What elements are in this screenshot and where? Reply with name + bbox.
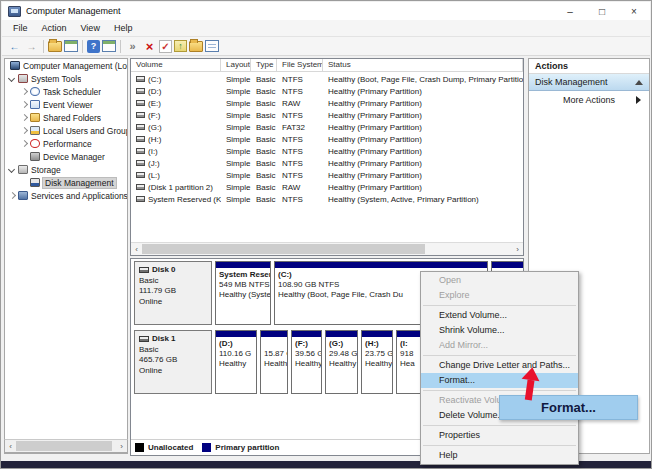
import-icon[interactable]: ↑ bbox=[174, 40, 187, 52]
table-row[interactable]: (F:)SimpleBasicNTFSHealthy (Primary Part… bbox=[131, 109, 523, 121]
partition-g[interactable]: (G:)29.48 GHealthy bbox=[325, 330, 358, 394]
sidebar-item-system-tools[interactable]: System Tools bbox=[5, 72, 127, 85]
column-header-layout[interactable]: Layout bbox=[221, 59, 251, 71]
menu-item-properties[interactable]: Properties bbox=[421, 428, 578, 443]
menu-item-format[interactable]: Format... bbox=[421, 373, 578, 388]
column-header-status[interactable]: Status bbox=[323, 59, 523, 71]
cell-file-system: NTFS bbox=[277, 195, 323, 204]
chevron-right-icon[interactable] bbox=[20, 88, 27, 95]
column-header-type[interactable]: Type bbox=[251, 59, 277, 71]
actions-group-label: Disk Management bbox=[535, 77, 635, 87]
volume-horizontal-scrollbar[interactable]: ‹ › bbox=[131, 242, 523, 255]
disk-label: Disk 0Basic111.79 GBOnline bbox=[134, 261, 212, 325]
table-row[interactable]: (Disk 1 partition 2)SimpleBasicRAWHealth… bbox=[131, 181, 523, 193]
sidebar-item-device-manager[interactable]: Device Manager bbox=[5, 150, 127, 163]
maximize-button[interactable]: □ bbox=[586, 2, 618, 20]
properties-window-icon[interactable] bbox=[102, 40, 116, 52]
partition-text: (G:)29.48 GHealthy bbox=[326, 337, 357, 369]
chevron-right-icon[interactable] bbox=[20, 127, 27, 134]
scroll-right-icon[interactable]: › bbox=[116, 442, 127, 451]
cell-volume: (G:) bbox=[131, 123, 221, 132]
forward-icon[interactable]: → bbox=[24, 39, 39, 53]
partition-status: Healthy (System, bbox=[219, 290, 270, 300]
sidebar-item-storage[interactable]: Storage bbox=[5, 163, 127, 176]
tree-horizontal-scrollbar[interactable]: ‹ › bbox=[4, 439, 128, 453]
cell-type: Basic bbox=[251, 183, 277, 192]
scroll-left-icon[interactable]: ‹ bbox=[5, 442, 16, 451]
sidebar-item-task-scheduler[interactable]: Task Scheduler bbox=[5, 85, 127, 98]
table-row[interactable]: (D:)SimpleBasicNTFSHealthy (Primary Part… bbox=[131, 85, 523, 97]
menu-view[interactable]: View bbox=[74, 21, 107, 35]
cell-status: Healthy (Primary Partition) bbox=[323, 123, 523, 132]
menu-action[interactable]: Action bbox=[35, 21, 74, 35]
partition-text: (D:)110.16 GHealthy bbox=[216, 337, 256, 369]
details-icon[interactable] bbox=[205, 40, 219, 52]
sidebar-item-label: Disk Management bbox=[43, 178, 116, 188]
table-row[interactable]: (C:)SimpleBasicNTFSHealthy (Boot, Page F… bbox=[131, 73, 523, 85]
partition-h[interactable]: (H:)23.75 GHealthy bbox=[361, 330, 393, 394]
disk-type: Basic bbox=[139, 345, 211, 356]
help-icon[interactable]: ? bbox=[87, 40, 100, 53]
chevron-down-icon[interactable] bbox=[8, 166, 15, 173]
volume-table-header: VolumeLayoutTypeFile SystemStatus bbox=[131, 59, 523, 72]
cell-type: Basic bbox=[251, 195, 277, 204]
table-row[interactable]: (J:)SimpleBasicNTFSHealthy (Primary Part… bbox=[131, 157, 523, 169]
scroll-thumb[interactable] bbox=[142, 244, 425, 254]
sidebar-item-services-and-applications[interactable]: Services and Applications bbox=[5, 189, 127, 202]
cell-layout: Simple bbox=[221, 171, 251, 180]
menu-help[interactable]: Help bbox=[107, 21, 140, 35]
actions-header: Actions bbox=[529, 59, 649, 74]
menu-item-help[interactable]: Help bbox=[421, 448, 578, 463]
scroll-thumb[interactable] bbox=[16, 441, 112, 451]
close-button[interactable]: × bbox=[618, 2, 650, 20]
sidebar-item-local-users-and-groups[interactable]: Local Users and Groups bbox=[5, 124, 127, 137]
actions-group-disk-management[interactable]: Disk Management bbox=[529, 74, 649, 91]
collapse-icon[interactable] bbox=[635, 80, 643, 85]
table-row[interactable]: (G:)SimpleBasicFAT32Healthy (Primary Par… bbox=[131, 121, 523, 133]
scroll-right-icon[interactable]: › bbox=[512, 245, 523, 254]
window-controls: –□× bbox=[554, 2, 650, 20]
back-icon[interactable]: ← bbox=[7, 39, 22, 53]
partition[interactable]: 15.87 GHealth bbox=[260, 330, 288, 394]
sidebar-item-computer-management-local[interactable]: Computer Management (Local bbox=[5, 59, 127, 72]
minimize-button[interactable]: – bbox=[554, 2, 586, 20]
menu-item-shrink-volume[interactable]: Shrink Volume... bbox=[421, 323, 578, 338]
chevron-down-icon[interactable] bbox=[8, 75, 15, 82]
sidebar-item-disk-management[interactable]: Disk Management bbox=[5, 176, 127, 189]
chevron-right-icon[interactable] bbox=[8, 192, 15, 199]
show-console-tree-icon[interactable] bbox=[48, 41, 62, 52]
delete-icon[interactable]: × bbox=[142, 39, 157, 53]
table-row[interactable]: (E:)SimpleBasicRAWHealthy (Primary Parti… bbox=[131, 97, 523, 109]
check-icon[interactable]: ✓ bbox=[159, 40, 172, 53]
chevron-right-icon[interactable] bbox=[20, 140, 27, 147]
partition-d[interactable]: (D:)110.16 GHealthy bbox=[215, 330, 257, 394]
explore-folder-icon[interactable] bbox=[189, 41, 203, 52]
chevron-right-icon[interactable] bbox=[20, 101, 27, 108]
action-pointer-icon[interactable]: » bbox=[125, 39, 140, 53]
menu-item-change-drive-letter-and-paths[interactable]: Change Drive Letter and Paths... bbox=[421, 358, 578, 373]
console-window-icon[interactable] bbox=[64, 40, 78, 52]
scroll-left-icon[interactable]: ‹ bbox=[131, 245, 142, 254]
column-header-volume[interactable]: Volume bbox=[131, 59, 221, 71]
column-header-file-system[interactable]: File System bbox=[277, 59, 323, 71]
menu-file[interactable]: File bbox=[6, 21, 35, 35]
cell-volume: (D:) bbox=[131, 87, 221, 96]
volume-icon bbox=[136, 136, 145, 142]
sidebar-item-performance[interactable]: Performance bbox=[5, 137, 127, 150]
table-row[interactable]: (I:)SimpleBasicNTFSHealthy (Primary Part… bbox=[131, 145, 523, 157]
sidebar-item-label: Event Viewer bbox=[43, 100, 93, 110]
table-row[interactable]: (H:)SimpleBasicNTFSHealthy (Primary Part… bbox=[131, 133, 523, 145]
partition-systemreserve[interactable]: System Reserve549 MB NTFSHealthy (System… bbox=[215, 261, 271, 325]
chevron-right-icon[interactable] bbox=[20, 114, 27, 121]
sidebar-item-label: Performance bbox=[43, 139, 92, 149]
table-row[interactable]: (L:)SimpleBasicNTFSHealthy (Primary Part… bbox=[131, 169, 523, 181]
sidebar-item-event-viewer[interactable]: Event Viewer bbox=[5, 98, 127, 111]
menu-item-extend-volume[interactable]: Extend Volume... bbox=[421, 308, 578, 323]
more-actions-item[interactable]: More Actions bbox=[529, 91, 649, 108]
partition-f[interactable]: (F:)39.56 GHealthy bbox=[291, 330, 322, 394]
sidebar-item-shared-folders[interactable]: Shared Folders bbox=[5, 111, 127, 124]
partition-status: Healthy bbox=[329, 359, 357, 369]
cell-status: Healthy (Primary Partition) bbox=[323, 87, 523, 96]
table-row[interactable]: System Reserved (K:)SimpleBasicNTFSHealt… bbox=[131, 193, 523, 205]
cell-type: Basic bbox=[251, 171, 277, 180]
